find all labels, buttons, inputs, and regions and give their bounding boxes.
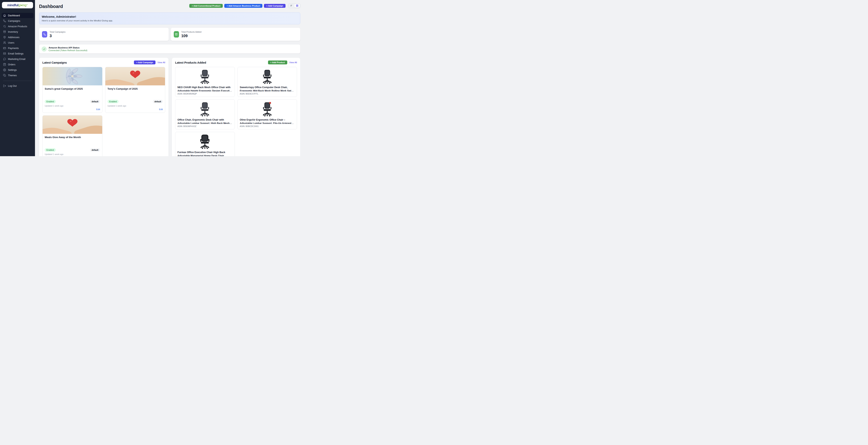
campaign-card-body: Suma's great Campaign of 2025 Enabled de… bbox=[42, 85, 102, 113]
view-toggle bbox=[288, 3, 300, 8]
sidebar-item-users[interactable]: Users bbox=[2, 40, 33, 45]
welcome-title: Welcome, Administrator! bbox=[42, 15, 298, 18]
sidebar-item-marketing-email[interactable]: Marketing Email bbox=[2, 56, 33, 62]
users-icon bbox=[3, 41, 6, 44]
sidebar-item-addresses[interactable]: Addresses bbox=[2, 35, 33, 40]
archive-icon bbox=[3, 30, 6, 33]
page-title: Dashboard bbox=[39, 4, 63, 9]
sidebar-item-label: Themes bbox=[8, 74, 17, 77]
product-asin: ASIN: B0BCDC3X61 bbox=[240, 125, 295, 127]
campaign-card: Tony's Campaign of 2025 Enabled default … bbox=[105, 67, 165, 113]
status-badge: Enabled bbox=[107, 100, 119, 103]
archive-icon bbox=[174, 31, 179, 37]
sidebar-item-amazon-products[interactable]: Amazon Products bbox=[2, 24, 33, 29]
api-status-text: Amazon Business API Status Connected (To… bbox=[49, 47, 87, 52]
product-title: Office Chair, Ergonomic Desk Chair with … bbox=[178, 118, 232, 124]
add-conventional-product-button[interactable]: + Add Conventional Product bbox=[189, 4, 223, 8]
product-card[interactable]: NEO CHAIR High Back Mesh Office Chair wi… bbox=[175, 67, 235, 97]
office-chair-image bbox=[240, 68, 295, 85]
brand-mindful: mindful bbox=[7, 3, 18, 7]
office-chair-image bbox=[178, 68, 232, 85]
sidebar-item-settings[interactable]: Settings bbox=[2, 67, 33, 72]
panel-add-product-button[interactable]: + Add Product bbox=[268, 60, 287, 64]
main-content: Dashboard + Add Conventional Product + A… bbox=[35, 0, 305, 156]
product-card[interactable]: Sweetcrispy Office Computer Desk Chair, … bbox=[238, 67, 297, 97]
campaign-updated: Updated 1 week ago bbox=[45, 153, 100, 155]
sidebar-item-label: Log Out bbox=[8, 85, 17, 87]
brand-giving-pre: gi bbox=[18, 3, 21, 7]
stat-value: 3 bbox=[50, 34, 65, 38]
shopping-bag-icon bbox=[3, 63, 6, 66]
latest-products-heading: Latest Products Added bbox=[175, 61, 268, 64]
sidebar-item-email-settings[interactable]: Email Settings bbox=[2, 51, 33, 56]
sidebar-item-label: Payments bbox=[8, 47, 19, 50]
api-status-card: Amazon Business API Status Connected (To… bbox=[39, 44, 300, 54]
sidebar-divider bbox=[3, 81, 32, 81]
campaign-badges: Enabled default bbox=[45, 100, 100, 103]
grid-icon bbox=[296, 4, 299, 7]
latest-campaigns-panel: Latest Campaigns + Add Campaign View All bbox=[39, 58, 168, 156]
welcome-banner: Welcome, Administrator! Here's a quick o… bbox=[39, 12, 300, 24]
sidebar-item-label: Email Settings bbox=[8, 52, 24, 55]
add-amazon-business-product-button[interactable]: + Add Amazon Business Product bbox=[224, 4, 262, 8]
campaign-image-hands-heart bbox=[105, 67, 165, 85]
sidebar-item-campaigns[interactable]: Campaigns bbox=[2, 18, 33, 24]
panel-add-campaign-button[interactable]: + Add Campaign bbox=[134, 60, 155, 64]
check-icon bbox=[41, 47, 46, 52]
sidebar-item-label: Dashboard bbox=[8, 14, 20, 17]
add-campaign-button[interactable]: + Add Campaign bbox=[264, 4, 285, 8]
sidebar-item-label: Addresses bbox=[8, 36, 20, 39]
products-grid: NEO CHAIR High Back Mesh Office Chair wi… bbox=[175, 67, 297, 156]
campaign-title: Tony's Campaign of 2025 bbox=[107, 87, 163, 90]
product-card[interactable]: Office Chair, Ergonomic Desk Chair with … bbox=[175, 99, 235, 129]
sidebar-item-label: Settings bbox=[8, 69, 17, 71]
campaigns-view-all-link[interactable]: View All bbox=[157, 61, 165, 64]
list-view-button[interactable] bbox=[289, 4, 294, 7]
message-bubble-icon bbox=[3, 58, 6, 60]
campaign-card-body: Meals Give Away of the Month Enabled def… bbox=[42, 134, 102, 156]
brand-giving-post: ing bbox=[22, 3, 26, 7]
campaign-edit-link[interactable]: Edit bbox=[96, 108, 100, 111]
campaign-edit-link[interactable]: Edit bbox=[159, 108, 163, 111]
products-view-all-link[interactable]: View All bbox=[289, 61, 297, 64]
product-asin: ASIN: B0D3CX7FTL bbox=[240, 93, 295, 95]
sidebar-item-orders[interactable]: Orders bbox=[2, 62, 33, 67]
sidebar-item-inventory[interactable]: Inventory bbox=[2, 29, 33, 34]
api-status-title: Amazon Business API Status bbox=[49, 47, 87, 49]
campaign-title: Meals Give Away of the Month bbox=[45, 136, 100, 139]
sidebar-nav: Dashboard Campaigns Amazon Products Inve… bbox=[0, 13, 35, 78]
campaign-updated: Updated 1 week ago bbox=[107, 105, 163, 107]
tag-badge: default bbox=[90, 148, 100, 152]
product-title: Furmax Office Executive Chair High Back … bbox=[178, 151, 232, 156]
campaign-title: Suma's great Campaign of 2025 bbox=[45, 87, 100, 90]
sidebar: mindfulgi♥ingTM Dashboard Campaigns Amaz… bbox=[0, 0, 35, 156]
latest-campaigns-header: Latest Campaigns + Add Campaign View All bbox=[42, 60, 165, 64]
office-chair-image bbox=[178, 101, 232, 118]
sidebar-item-label: Users bbox=[8, 41, 14, 44]
sidebar-item-logout[interactable]: Log Out bbox=[2, 83, 33, 88]
campaign-card: Meals Give Away of the Month Enabled def… bbox=[42, 115, 102, 156]
header-actions: + Add Conventional Product + Add Amazon … bbox=[189, 3, 300, 8]
latest-campaigns-heading: Latest Campaigns bbox=[42, 61, 134, 64]
campaign-card: Suma's great Campaign of 2025 Enabled de… bbox=[42, 67, 102, 113]
sidebar-item-payments[interactable]: Payments bbox=[2, 46, 33, 51]
sidebar-item-themes[interactable]: Themes bbox=[2, 73, 33, 78]
office-chair-image bbox=[240, 101, 295, 118]
sidebar-item-dashboard[interactable]: Dashboard bbox=[2, 13, 33, 18]
tag-badge: default bbox=[90, 100, 100, 103]
dashboard-panels: Latest Campaigns + Add Campaign View All bbox=[39, 58, 300, 156]
copy-icon bbox=[3, 74, 6, 77]
product-asin: ASIN: B0DKNN49QP bbox=[178, 93, 232, 95]
stat-text: Total Campaigns 3 bbox=[50, 31, 65, 38]
phone-icon bbox=[42, 31, 47, 37]
product-card[interactable]: Oline ErgoAir Ergonomic Office Chair – A… bbox=[238, 99, 297, 129]
product-card[interactable]: Furmax Office Executive Chair High Back … bbox=[175, 132, 235, 156]
campaign-badges: Enabled default bbox=[45, 148, 100, 152]
phone-icon bbox=[3, 20, 6, 22]
grid-view-button[interactable] bbox=[294, 4, 300, 7]
latest-products-panel: Latest Products Added + Add Product View… bbox=[172, 58, 300, 156]
product-asin: ASIN: B09JWFHX3Z bbox=[178, 125, 232, 127]
sidebar-item-label: Campaigns bbox=[8, 20, 20, 22]
log-out-icon bbox=[3, 84, 6, 87]
stat-card-total-products: Total Products Added 109 bbox=[171, 28, 301, 41]
